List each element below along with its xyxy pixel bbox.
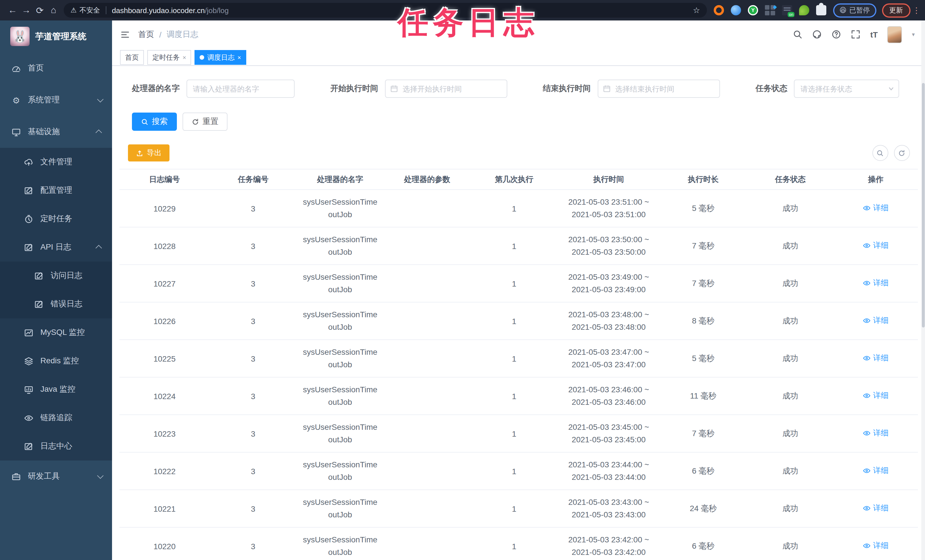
calendar-icon — [390, 85, 398, 93]
home-icon[interactable]: ⌂ — [47, 5, 60, 15]
tab-scheduled-jobs[interactable]: 定时任务 × — [147, 50, 191, 65]
bookmark-star-icon[interactable]: ☆ — [693, 6, 700, 15]
back-icon[interactable]: ← — [6, 5, 20, 15]
cell-task-id: 3 — [209, 265, 297, 302]
handler-name-input[interactable] — [187, 80, 295, 98]
refresh-icon — [898, 149, 905, 157]
extension-leaf-icon[interactable] — [799, 5, 809, 15]
cell-duration: 6 毫秒 — [660, 452, 747, 490]
page-scrollbar[interactable] — [921, 21, 925, 560]
fullscreen-icon[interactable] — [851, 30, 861, 39]
security-warning-icon[interactable]: ⚠ — [71, 6, 77, 14]
eye-icon — [863, 467, 871, 475]
tab-home[interactable]: 首页 — [120, 50, 144, 65]
paused-extension-badge[interactable]: 😆 已暂停 — [833, 3, 876, 17]
upload-icon — [136, 149, 143, 157]
cell-status: 成功 — [747, 452, 834, 490]
sidebar-item-access-log[interactable]: 访问日志 — [0, 262, 112, 290]
detail-link[interactable]: 详细 — [863, 391, 889, 401]
sidebar-item-error-log[interactable]: 错误日志 — [0, 290, 112, 318]
cell-execute-index: 1 — [471, 302, 557, 340]
extensions-puzzle-icon[interactable] — [816, 5, 826, 15]
cell-handler-name: sysUserSessionTimeoutJob — [297, 340, 384, 377]
cell-duration: 24 毫秒 — [660, 490, 747, 527]
refresh-table-button[interactable] — [894, 145, 910, 161]
cell-actions: 详细 — [834, 302, 917, 340]
app-logo-row[interactable]: 🐰 芋道管理系统 — [0, 21, 112, 52]
close-icon[interactable]: × — [237, 54, 241, 61]
monitor-icon — [11, 127, 21, 137]
sidebar-item-log-center[interactable]: 日志中心 — [0, 432, 112, 461]
cell-actions: 详细 — [834, 190, 917, 227]
sidebar-item-infrastructure[interactable]: 基础设施 — [0, 116, 112, 148]
detail-link[interactable]: 详细 — [863, 503, 889, 513]
detail-link[interactable]: 详细 — [863, 241, 889, 251]
cell-duration: 11 毫秒 — [660, 377, 747, 415]
toggle-search-button[interactable] — [872, 145, 888, 161]
search-icon[interactable] — [793, 30, 803, 39]
cell-handler-param — [384, 340, 471, 377]
close-icon[interactable]: × — [182, 54, 186, 61]
reload-icon[interactable]: ⟳ — [33, 5, 47, 16]
job-status-select[interactable] — [794, 80, 899, 98]
cell-status: 成功 — [747, 227, 834, 265]
sidebar-item-home[interactable]: 首页 — [0, 52, 112, 84]
font-size-icon[interactable]: tT — [871, 30, 878, 39]
cell-log-id: 10223 — [119, 415, 209, 452]
cell-execute-time: 2021-05-03 23:46:00 ~2021-05-03 23:46:00 — [557, 377, 660, 415]
sidebar-item-scheduled-jobs[interactable]: 定时任务 — [0, 205, 112, 233]
user-avatar[interactable] — [887, 26, 902, 43]
sidebar-item-redis-monitor[interactable]: Redis 监控 — [0, 347, 112, 375]
reset-button[interactable]: 重置 — [182, 113, 227, 131]
url-bar[interactable]: ⚠ 不安全 dashboard.yudao.iocoder.cn/job/log… — [64, 3, 707, 18]
annotation-title: 任务日志 — [398, 2, 539, 44]
job-log-table: 日志编号 任务编号 处理器的名字 处理器的参数 第几次执行 执行时间 执行时长 … — [119, 169, 917, 560]
cell-handler-name: sysUserSessionTimeoutJob — [297, 527, 384, 560]
export-button[interactable]: 导出 — [128, 145, 169, 161]
scrollbar-thumb[interactable] — [922, 83, 924, 327]
sidebar-item-mysql-monitor[interactable]: MySQL 监控 — [0, 318, 112, 347]
table-row: 10228 3 sysUserSessionTimeoutJob 1 2021-… — [119, 227, 917, 265]
github-icon[interactable] — [812, 30, 822, 39]
user-menu-caret-icon[interactable]: ▾ — [912, 31, 915, 38]
detail-link[interactable]: 详细 — [863, 316, 889, 326]
detail-link[interactable]: 详细 — [863, 278, 889, 288]
sidebar: 🐰 芋道管理系统 首页 ⚙ 系统管理 基础设施 文件管理 — [0, 21, 112, 560]
eye-icon — [863, 317, 871, 325]
detail-link[interactable]: 详细 — [863, 353, 889, 363]
help-icon[interactable] — [832, 30, 841, 39]
search-button[interactable]: 搜索 — [132, 113, 177, 131]
browser-menu-icon[interactable]: ⋮ — [913, 6, 919, 15]
detail-link[interactable]: 详细 — [863, 428, 889, 438]
detail-link[interactable]: 详细 — [863, 466, 889, 476]
breadcrumb-current: 调度日志 — [167, 29, 199, 39]
sidebar-item-config-management[interactable]: 配置管理 — [0, 176, 112, 205]
table-header-row: 日志编号 任务编号 处理器的名字 处理器的参数 第几次执行 执行时间 执行时长 … — [119, 169, 917, 190]
extension-green-y-icon[interactable]: Y — [748, 5, 758, 15]
start-time-input[interactable] — [385, 80, 507, 98]
extension-on-badge-icon[interactable]: on — [782, 5, 792, 15]
extension-grid-icon[interactable]: ◆ — [765, 5, 775, 15]
calendar-icon — [603, 85, 610, 93]
cell-handler-name: sysUserSessionTimeoutJob — [297, 415, 384, 452]
hamburger-icon[interactable] — [120, 30, 130, 39]
sidebar-item-java-monitor[interactable]: Java 监控 — [0, 375, 112, 403]
col-actions: 操作 — [834, 169, 917, 190]
detail-link[interactable]: 详细 — [863, 203, 889, 213]
update-button[interactable]: 更新 — [882, 3, 910, 17]
col-status: 任务状态 — [747, 169, 834, 190]
sidebar-item-file-management[interactable]: 文件管理 — [0, 148, 112, 176]
cell-task-id: 3 — [209, 490, 297, 527]
forward-icon[interactable]: → — [20, 5, 33, 15]
detail-link[interactable]: 详细 — [863, 540, 889, 551]
extension-blue-lamp-icon[interactable] — [731, 5, 741, 15]
sidebar-item-trace[interactable]: 链路追踪 — [0, 403, 112, 432]
cell-actions: 详细 — [834, 377, 917, 415]
sidebar-item-system-management[interactable]: ⚙ 系统管理 — [0, 84, 112, 116]
sidebar-item-api-log[interactable]: API 日志 — [0, 233, 112, 262]
extension-orange-ring-icon[interactable] — [714, 5, 724, 15]
tab-job-log[interactable]: 调度日志 × — [195, 50, 246, 65]
breadcrumb-home[interactable]: 首页 — [138, 29, 154, 39]
end-time-input[interactable] — [597, 80, 720, 98]
sidebar-item-dev-tools[interactable]: 研发工具 — [0, 461, 112, 492]
